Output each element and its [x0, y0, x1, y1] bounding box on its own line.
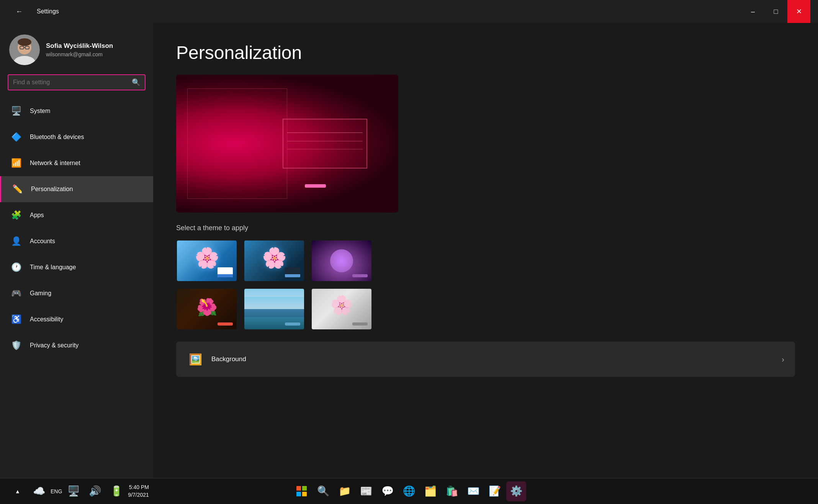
taskbar-edge-icon[interactable]: 🌐 — [399, 481, 419, 501]
theme-card-win11-dark[interactable]: 🌸 — [244, 240, 305, 282]
gaming-icon: 🎮 — [9, 286, 23, 300]
theme-card-landscape[interactable] — [244, 288, 305, 330]
svg-point-3 — [18, 38, 31, 46]
taskbar-start-button[interactable] — [292, 481, 312, 501]
taskbar-widgets-icon[interactable]: 📰 — [356, 481, 376, 501]
taskbar-file-explorer-icon[interactable]: 📁 — [335, 481, 355, 501]
taskbar-volume-icon[interactable]: 🔊 — [85, 481, 105, 501]
taskbar-notepad-icon[interactable]: 📝 — [485, 481, 505, 501]
sidebar-item-privacy-security[interactable]: 🛡️ Privacy & security — [0, 332, 153, 358]
user-info: Sofia Wyciślik-Wilson wilsonmark@gmail.c… — [46, 42, 113, 57]
theme-flower-icon-silver: 🌸 — [330, 295, 353, 316]
taskbar-store-icon[interactable]: 🛍️ — [442, 481, 462, 501]
theme-card-glow[interactable]: 🌺 — [176, 288, 237, 330]
search-input[interactable] — [13, 79, 128, 86]
taskbar-settings-icon[interactable]: ⚙️ — [506, 481, 526, 501]
apps-icon: 🧩 — [9, 208, 23, 222]
taskbar-clock[interactable]: 5:40 PM 9/7/2021 — [128, 484, 149, 499]
sidebar-item-apps[interactable]: 🧩 Apps — [0, 202, 153, 228]
background-chevron-icon: › — [782, 355, 784, 364]
sidebar: Sofia Wyciślik-Wilson wilsonmark@gmail.c… — [0, 23, 153, 478]
sidebar-item-label-network: Network & internet — [30, 160, 80, 167]
background-left: 🖼️ Background — [187, 351, 246, 368]
sidebar-item-bluetooth[interactable]: 🔷 Bluetooth & devices — [0, 124, 153, 150]
sidebar-item-label-time-language: Time & language — [30, 264, 76, 271]
page-content: Personalization Select a theme to apply — [153, 23, 818, 478]
minimize-button[interactable]: – — [741, 0, 764, 23]
sidebar-item-label-system: System — [30, 108, 50, 115]
taskbar-system-tray-arrow[interactable]: ▲ — [8, 481, 28, 501]
taskbar-date-display: 9/7/2021 — [128, 491, 149, 499]
theme-indicator-3 — [352, 274, 368, 277]
title-bar: ← Settings – □ ✕ — [0, 0, 818, 23]
theme-indicator-6 — [352, 322, 368, 326]
theme-flower-icon-dark: 🌸 — [262, 246, 287, 270]
background-section[interactable]: 🖼️ Background › — [176, 342, 795, 377]
sidebar-item-accounts[interactable]: 👤 Accounts — [0, 228, 153, 254]
sidebar-item-label-privacy-security: Privacy & security — [30, 342, 79, 349]
sidebar-item-label-accounts: Accounts — [30, 238, 55, 245]
taskbar-language: ENG — [51, 488, 62, 494]
theme-card-purple[interactable] — [311, 240, 372, 282]
sidebar-item-label-bluetooth: Bluetooth & devices — [30, 134, 84, 141]
theme-card-silver[interactable]: 🌸 — [311, 288, 372, 330]
sidebar-item-gaming[interactable]: 🎮 Gaming — [0, 280, 153, 306]
user-profile[interactable]: Sofia Wyciślik-Wilson wilsonmark@gmail.c… — [0, 23, 153, 74]
close-button[interactable]: ✕ — [787, 0, 810, 23]
sidebar-item-label-accessibility: Accessibility — [30, 316, 63, 323]
theme-card-win11-light[interactable]: 🌸 — [176, 240, 237, 282]
sidebar-item-time-language[interactable]: 🕐 Time & language — [0, 254, 153, 280]
system-icon: 🖥️ — [9, 104, 23, 118]
user-name: Sofia Wyciślik-Wilson — [46, 42, 113, 50]
accessibility-icon: ♿ — [9, 313, 23, 326]
sidebar-item-label-personalization: Personalization — [31, 186, 73, 193]
bluetooth-icon: 🔷 — [9, 130, 23, 144]
maximize-button[interactable]: □ — [764, 0, 787, 23]
themes-grid: 🌸 🌸 — [176, 240, 795, 330]
window-title: Settings — [37, 8, 741, 15]
wallpaper-line3 — [287, 149, 363, 149]
window-controls: – □ ✕ — [741, 0, 810, 23]
taskbar-file-manager-icon[interactable]: 🗂️ — [420, 481, 440, 501]
user-email: wilsonmark@gmail.com — [46, 51, 113, 57]
page-title: Personalization — [176, 42, 795, 63]
theme-flower-icon: 🌸 — [195, 246, 219, 270]
taskbar-network-icon[interactable]: 🖥️ — [64, 481, 83, 501]
background-icon: 🖼️ — [187, 351, 204, 368]
taskbar-teams-icon[interactable]: 💬 — [378, 481, 398, 501]
taskbar-battery-icon[interactable]: 🔋 — [106, 481, 126, 501]
taskbar-cloud-icon[interactable]: ☁️ — [29, 481, 49, 501]
win-logo-q2 — [302, 486, 307, 491]
wallpaper-bar — [305, 184, 326, 188]
taskbar-search-icon[interactable]: 🔍 — [313, 481, 333, 501]
search-icon[interactable]: 🔍 — [132, 78, 140, 87]
main-content: Sofia Wyciślik-Wilson wilsonmark@gmail.c… — [0, 23, 818, 478]
theme-section-title: Select a theme to apply — [176, 224, 795, 232]
taskbar-time-display: 5:40 PM — [128, 484, 149, 491]
taskbar-mail-icon[interactable]: ✉️ — [463, 481, 483, 501]
sidebar-item-accessibility[interactable]: ♿ Accessibility — [0, 306, 153, 332]
theme-preview-glow: 🌺 — [177, 289, 237, 329]
theme-indicator-1 — [218, 274, 233, 277]
accounts-icon: 👤 — [9, 234, 23, 248]
sidebar-item-label-gaming: Gaming — [30, 290, 51, 297]
sidebar-item-system[interactable]: 🖥️ System — [0, 98, 153, 124]
time-language-icon: 🕐 — [9, 260, 23, 274]
taskbar: ▲ ☁️ ENG 🖥️ 🔊 🔋 5:40 PM 9/7/2021 🔍 📁 📰 💬 — [0, 478, 818, 504]
theme-preview-win11-dark: 🌸 — [244, 241, 304, 281]
theme-preview-win11-light: 🌸 — [177, 241, 237, 281]
theme-indicator-4 — [218, 322, 233, 326]
taskbar-left: ▲ ☁️ ENG 🖥️ 🔊 🔋 5:40 PM 9/7/2021 — [8, 481, 149, 501]
theme-indicator-5 — [285, 322, 300, 326]
theme-orb — [330, 249, 353, 272]
sidebar-nav: 🖥️ System 🔷 Bluetooth & devices 📶 Networ… — [0, 98, 153, 358]
sidebar-item-personalization[interactable]: ✏️ Personalization — [0, 176, 153, 202]
wallpaper-preview — [176, 75, 398, 213]
theme-preview-silver: 🌸 — [312, 289, 371, 329]
win-logo-q4 — [302, 492, 307, 496]
theme-preview-landscape — [244, 289, 304, 329]
wallpaper-shape1 — [187, 88, 287, 199]
sidebar-item-network[interactable]: 📶 Network & internet — [0, 150, 153, 176]
back-button[interactable]: ← — [8, 0, 31, 23]
landscape-sky — [244, 297, 304, 309]
